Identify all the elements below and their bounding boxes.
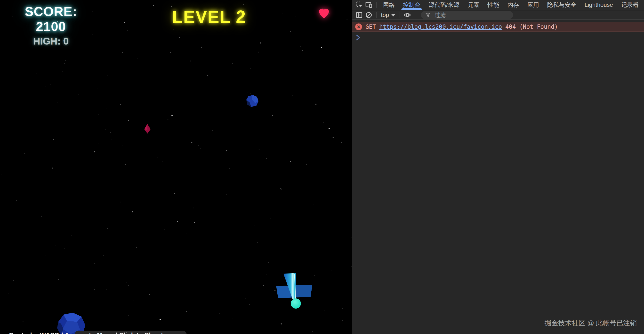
- console-toolbar: top: [352, 11, 644, 20]
- asteroid-blue-top: [246, 95, 258, 107]
- toolbar-divider: [376, 2, 376, 8]
- tab-memory[interactable]: 内存: [503, 0, 523, 10]
- chevron-down-icon: [391, 14, 395, 16]
- devtools-tabbar: 网络 控制台 源代码/来源 元素 性能 内存 应用 隐私与安全 Lighthou…: [352, 0, 644, 10]
- console-output: ✕ GET https://blog.lcs200.icu/favicon.ic…: [352, 20, 644, 334]
- tab-network[interactable]: 网络: [379, 0, 399, 10]
- tab-console[interactable]: 控制台: [399, 0, 424, 10]
- tab-sources[interactable]: 源代码/来源: [424, 0, 464, 10]
- tab-performance[interactable]: 性能: [484, 0, 503, 10]
- score-label: SCORE: 2100: [12, 4, 89, 34]
- tab-privacy-security[interactable]: 隐私与安全: [543, 0, 580, 10]
- device-toolbar-icon[interactable]: [364, 0, 374, 10]
- starfield: [1, 4, 352, 332]
- game-scene: [0, 0, 352, 334]
- error-status: 404 (Not Found): [505, 23, 558, 30]
- gem-red: [144, 124, 150, 134]
- error-url-link[interactable]: https://blog.lcs200.icu/favicon.ico: [379, 23, 502, 30]
- heart-icon: [318, 8, 330, 20]
- tab-application[interactable]: 应用: [523, 0, 543, 10]
- inspect-element-icon[interactable]: [354, 0, 364, 10]
- player-ship: [276, 273, 312, 309]
- clear-console-icon[interactable]: [364, 10, 374, 20]
- context-selector[interactable]: top: [379, 12, 397, 18]
- console-error-row: ✕ GET https://blog.lcs200.icu/favicon.ic…: [352, 22, 644, 32]
- console-filter-box[interactable]: [421, 11, 513, 19]
- filter-input[interactable]: [434, 12, 508, 19]
- game-canvas[interactable]: SCORE: 2100 HIGH: 0 LEVEL 2 Controls: WA…: [0, 0, 352, 334]
- high-score-label: HIGH: 0: [12, 36, 89, 47]
- devtools-panel: 网络 控制台 源代码/来源 元素 性能 内存 应用 隐私与安全 Lighthou…: [352, 0, 644, 334]
- score-panel: SCORE: 2100 HIGH: 0: [12, 4, 89, 47]
- tab-lighthouse[interactable]: Lighthouse: [580, 0, 617, 10]
- console-prompt[interactable]: [352, 32, 644, 43]
- error-method: GET: [366, 23, 376, 30]
- tab-elements[interactable]: 元素: [464, 0, 484, 10]
- controls-hint-text: Controls: WASD / Arrows to Move | Click …: [9, 332, 163, 334]
- prompt-chevron-icon: [356, 34, 361, 41]
- watermark-text: 掘金技术社区 @ 此帐号已注销: [544, 319, 637, 328]
- live-expression-eye-icon[interactable]: [402, 10, 412, 20]
- error-icon: ✕: [355, 23, 362, 30]
- console-sidebar-toggle-icon[interactable]: [354, 10, 364, 20]
- level-label: LEVEL 2: [172, 7, 246, 27]
- tab-recorder[interactable]: 记录器: [617, 0, 643, 10]
- filter-funnel-icon: [425, 12, 431, 18]
